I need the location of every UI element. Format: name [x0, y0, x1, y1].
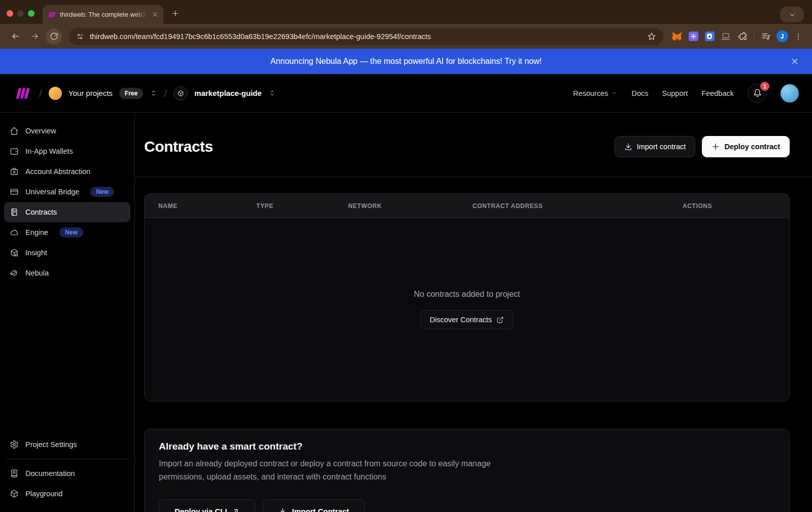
chevron-down-icon: [611, 90, 618, 96]
media-controls-button[interactable]: [759, 30, 772, 43]
url-bar[interactable]: thirdweb.com/team/fcd194917bc9c6b1c6553d…: [69, 28, 663, 45]
sidebar-item-in-app-wallets[interactable]: In-App Wallets: [4, 141, 130, 161]
plus-icon: [712, 143, 720, 151]
book-icon: [10, 469, 19, 478]
tab-close-icon[interactable]: [152, 11, 158, 18]
sidebar-item-universal-bridge[interactable]: Universal Bridge New: [4, 182, 130, 202]
site-settings-icon[interactable]: [76, 32, 84, 41]
kebab-menu-icon: [794, 32, 802, 41]
close-icon: [791, 57, 799, 65]
project-avatar[interactable]: [174, 86, 188, 100]
plus-icon: [172, 10, 179, 17]
team-name[interactable]: Your projects: [69, 89, 113, 97]
cube-icon: [177, 90, 184, 97]
sidebar-label: Overview: [25, 127, 56, 135]
discover-contracts-label: Discover Contracts: [430, 316, 492, 324]
sidebar-item-playground[interactable]: Playground: [4, 484, 130, 504]
bell-icon: [753, 89, 762, 97]
wallet-icon: [10, 147, 19, 156]
team-avatar[interactable]: [49, 87, 62, 100]
import-contract-label: Import contract: [637, 143, 686, 151]
announcement-banner[interactable]: Announcing Nebula App — the most powerfu…: [0, 49, 812, 74]
window-controls[interactable]: [7, 10, 35, 17]
nav-support[interactable]: Support: [662, 89, 688, 97]
breadcrumb-separator-2: /: [164, 87, 167, 99]
deploy-contract-button[interactable]: Deploy contract: [702, 136, 790, 157]
empty-state-message: No contracts added to project: [414, 290, 520, 299]
close-window-button[interactable]: [7, 10, 13, 17]
nav-resources[interactable]: Resources: [573, 89, 618, 97]
zoom-window-button[interactable]: [28, 10, 35, 17]
sidebar-item-documentation[interactable]: Documentation: [4, 463, 130, 484]
shield-lock-icon: [705, 31, 715, 41]
download-icon: [279, 507, 287, 512]
project-switcher-chevrons-icon[interactable]: [268, 89, 276, 97]
nav-feedback[interactable]: Feedback: [701, 89, 734, 97]
header-nav: Resources Docs Support Feedback 1: [573, 84, 799, 103]
sidebar-item-engine[interactable]: Engine New: [4, 222, 130, 243]
bookmark-star-icon[interactable]: [647, 32, 656, 41]
sidebar-divider: [6, 459, 128, 459]
new-badge: New: [90, 187, 114, 197]
browser-tab[interactable]: thirdweb: The complete web3: [43, 5, 163, 24]
import-contract-cta-label: Import Contract: [292, 507, 349, 512]
deploy-via-cli-button[interactable]: Deploy via CLI: [159, 499, 255, 512]
nav-resources-label: Resources: [573, 89, 608, 97]
announcement-text[interactable]: Announcing Nebula App — the most powerfu…: [270, 57, 542, 66]
browser-profile-button[interactable]: J: [775, 30, 789, 43]
home-icon: [10, 126, 19, 135]
forward-button[interactable]: [26, 28, 43, 45]
sidebar-item-insight[interactable]: Insight: [4, 243, 130, 263]
column-type: TYPE: [256, 202, 348, 210]
tab-title: thirdweb: The complete web3: [60, 11, 148, 18]
reload-button[interactable]: [46, 28, 62, 45]
account-avatar[interactable]: [781, 84, 799, 103]
arrow-right-icon: [30, 31, 40, 41]
sidebar-label: Nebula: [25, 269, 49, 277]
sidebar-item-overview[interactable]: Overview: [4, 121, 130, 141]
column-actions: ACTIONS: [683, 202, 789, 210]
download-icon: [624, 143, 632, 151]
sidebar-label: Engine: [25, 228, 48, 236]
sidebar-item-project-settings[interactable]: Project Settings: [4, 434, 130, 455]
table-empty-state: No contracts added to project Discover C…: [145, 218, 789, 401]
import-contract-cta-button[interactable]: Import Contract: [263, 499, 365, 512]
sidebar-item-contracts[interactable]: Contracts: [4, 202, 130, 222]
column-network: NETWORK: [348, 202, 472, 210]
sidebar-label: Playground: [25, 490, 62, 498]
sidebar-label: Universal Bridge: [25, 188, 79, 196]
minimize-window-button[interactable]: [17, 10, 24, 17]
shield-extension-icon[interactable]: [703, 30, 716, 43]
new-tab-button[interactable]: [168, 7, 182, 20]
deploy-contract-label: Deploy contract: [724, 143, 780, 151]
breadcrumb: / Your projects Free / marketplace-guide: [13, 86, 276, 100]
screen: thirdweb: The complete web3 thirdweb.com…: [0, 0, 812, 512]
banner-close-button[interactable]: [786, 49, 804, 74]
url-text[interactable]: thirdweb.com/team/fcd194917bc9c6b1c6553d…: [90, 32, 641, 41]
browser-menu-button[interactable]: [792, 30, 805, 43]
metamask-extension-icon[interactable]: [670, 30, 684, 43]
arrow-up-right-icon: [232, 507, 240, 512]
discover-contracts-button[interactable]: Discover Contracts: [421, 310, 513, 329]
contracts-table: NAME TYPE NETWORK CONTRACT ADDRESS ACTIO…: [144, 193, 790, 401]
import-contract-button[interactable]: Import contract: [615, 136, 696, 157]
nav-docs[interactable]: Docs: [631, 89, 648, 97]
snowflake-icon: [689, 31, 698, 41]
tab-search-button[interactable]: [780, 7, 804, 22]
project-name[interactable]: marketplace-guide: [194, 89, 262, 97]
sidebar-label: Project Settings: [25, 440, 77, 449]
thirdweb-favicon: [48, 11, 56, 19]
laptop-extension-icon[interactable]: [719, 30, 732, 43]
smart-account-icon: [10, 167, 19, 176]
phantom-extension-icon[interactable]: [687, 30, 700, 43]
thirdweb-logo[interactable]: [13, 87, 32, 100]
team-switcher-chevrons-icon[interactable]: [150, 89, 157, 97]
sidebar-item-nebula[interactable]: Nebula: [4, 263, 130, 283]
notification-badge: 1: [760, 82, 769, 91]
sidebar-item-account-abstraction[interactable]: Account Abstraction: [4, 161, 130, 182]
bridge-card-icon: [10, 187, 19, 196]
back-button[interactable]: [7, 28, 23, 45]
extensions-button[interactable]: [735, 30, 749, 43]
deploy-via-cli-label: Deploy via CLI: [175, 507, 227, 512]
playlist-music-icon: [761, 31, 771, 41]
